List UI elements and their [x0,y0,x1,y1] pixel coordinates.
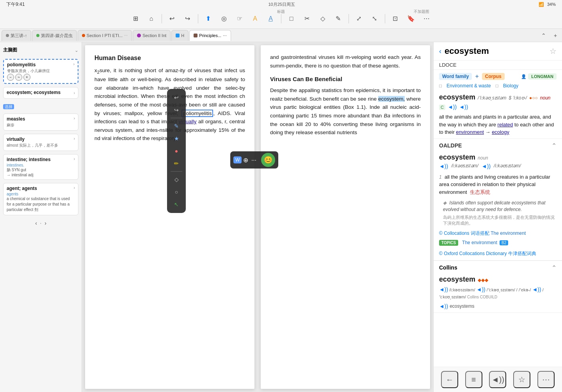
zoom-out-btn[interactable]: ⤡ [368,12,382,26]
vocab-card-agent[interactable]: agent; agents agents a chemical or subst… [3,183,78,215]
tab-6-more[interactable]: ⋯ [223,34,227,38]
oaldpe-speaker-2[interactable]: ◄)) [482,163,491,169]
oaldpe-speaker-1[interactable]: ◄)) [439,163,448,169]
vocab-card-ecosystem[interactable]: ecosystem; ecosystems › [3,87,78,99]
speaker-1-icon[interactable]: ◄)) [448,104,457,110]
comment-btn[interactable]: ◇ [316,12,330,26]
float-pen1-btn[interactable]: ✎ [169,121,183,131]
underline-btn[interactable]: A [264,12,278,26]
vocab-more-intestine[interactable]: › [74,157,75,161]
share-btn[interactable]: ⬆ [201,12,215,26]
frame-btn[interactable]: □ [285,12,299,26]
home-btn[interactable]: ⌂ [144,12,158,26]
toolbar-sep-5 [385,14,385,23]
float-star-btn[interactable]: ★ [169,133,183,144]
vocab-more-poliomyelitis[interactable]: › [73,62,75,66]
environment-link[interactable]: environment [456,129,484,135]
dict-speaker-btn[interactable]: ◄)) [489,371,506,388]
tab-2[interactable]: 第四讲-媒介昆虫 [32,30,77,41]
main-toolbar: 标题 不加题图 ⊞ ⌂ ↩ ↪ ⬆ ◎ ☞ A A □ ✂ ◇ ✎ ⤢ ⤡ ⊡ … [0,9,562,29]
collins-header[interactable]: Collins ⌃ [434,261,562,275]
float-undo-btn[interactable]: ↩ [169,92,183,103]
float-redo-btn[interactable]: ↪ [169,105,183,115]
tab-3[interactable]: Section I PTI ETI... ⋯ [78,30,132,41]
vocab-more-agent[interactable]: › [74,186,75,190]
dict-back-btn[interactable]: ‹ [439,47,441,55]
dict-list-btn[interactable]: ≡ [465,371,482,388]
tab-scroll-up[interactable]: ⌃ [539,30,549,41]
cat-environment-link[interactable]: Environment & waste [446,83,491,89]
ldoce-phonetic1: /ˈiːkəʊ˛sɪstəm [478,95,506,101]
collins-speaker-2[interactable]: ◄)) [477,286,486,293]
vocab-card-poliomyelitis[interactable]: poliomyelitis 脊髓灰质炎，小儿麻痹症 › − ~ + [3,59,78,84]
hand-btn[interactable]: ☞ [233,12,247,26]
vocab-next-btn[interactable]: › [44,220,46,226]
oaldpe-topic-item[interactable]: The environment [462,240,497,245]
sidebar-toggle-btn[interactable]: ⊞ [129,12,143,26]
vocab-more-ecosystem[interactable]: › [74,91,75,95]
vocab-more-measles[interactable]: › [74,116,75,121]
oaldpe-oxford-link[interactable]: © Oxford Collocations Dictionary 牛津搭配词典 [434,249,562,260]
annotate-btn[interactable]: ◎ [217,12,231,26]
highlight-btn[interactable]: A [248,12,262,26]
word-family-plus[interactable]: + [475,73,478,80]
speaker-2-icon[interactable]: ◄)) [459,104,468,110]
popup-more-item[interactable]: ⋯ [251,157,256,163]
float-circle-btn[interactable]: ○ [169,186,183,197]
tab-3-icon: ⋯ [124,34,128,37]
vocab-btn-minus[interactable]: − [7,74,14,81]
redo-btn[interactable]: ↪ [181,12,195,26]
collins-word: ecosystem [439,275,475,284]
vocab-btn-tilde[interactable]: ~ [15,74,22,81]
oaldpe-collocations-link[interactable]: © Collocations 词语搭配 The environment [434,229,562,238]
tab-add[interactable]: + [550,30,560,41]
float-eraser-btn[interactable]: ◇ [169,174,183,185]
collins-speaker-3[interactable]: ◄)) [532,286,541,293]
vocab-card-measles[interactable]: measles 麻疹 › [3,114,78,131]
related-link[interactable]: related [498,122,513,128]
undo-btn[interactable]: ↩ [165,12,179,26]
draw-btn[interactable]: ✎ [331,12,345,26]
vocab-btn-plus[interactable]: + [23,74,30,81]
tab-6[interactable]: Principles... ⋯ [189,30,231,41]
tab-4[interactable]: Section II Int [133,30,171,41]
scan-btn[interactable]: ⊡ [388,12,402,26]
vocab-panel-chevron[interactable]: ⌄ [75,48,78,53]
collins-plural-speaker[interactable]: ◄)) [439,303,448,309]
clip-btn[interactable]: ✂ [300,12,314,26]
collins-plural-word: ecosystems [450,303,474,309]
popup-word-item[interactable]: W ⊕ [233,156,248,164]
doc-para-beneficial: Despite the appalling statistics from ep… [270,86,421,137]
cat-biology-link[interactable]: Biology [503,83,518,89]
collins-symbols: ◆◆◆ [478,277,488,283]
dict-back-bottom-btn[interactable]: ← [441,371,458,388]
corpus-tag[interactable]: Corpus [482,73,505,80]
select-badge[interactable]: 选择 [3,104,14,109]
vocab-card-intestine[interactable]: intestine; intestines intestines. 肠 SYN … [3,154,78,180]
dict-more-btn[interactable]: ⋯ [537,371,555,388]
tab-1[interactable]: 第三讲-↑ [2,30,31,41]
float-pen2-btn[interactable]: ✏ [169,158,183,169]
tab-6-label: Principles... [199,33,221,38]
popup-w-icon: W [233,156,242,163]
ecology-link[interactable]: ecology [492,129,509,135]
oaldpe-header[interactable]: OALDPE ⌃ [434,139,562,153]
status-time: 下午9:41 [6,1,25,8]
collins-speaker-1[interactable]: ◄)) [439,286,448,293]
text-selection-popup[interactable]: W ⊕ ⋯ 😊 [230,151,278,169]
dict-star-bottom-btn[interactable]: ☆ [513,371,530,388]
vocab-card-virtually[interactable]: virtually almost 实际上，几乎，差不多 › [3,134,78,151]
example-bullet: ◆ [443,200,446,206]
dict-header: ‹ ecosystem ☆ [434,42,562,60]
dict-star-btn[interactable]: ☆ [550,46,557,56]
float-dot-btn[interactable]: ● [169,145,183,156]
vocab-prev-btn[interactable]: ‹ [35,220,37,226]
dict-source-name: LDOCE [439,62,457,68]
tab-5[interactable]: H [171,30,189,41]
tab-2-dot [36,34,39,37]
ldoce-definition: all the animals and plants in a particul… [434,111,562,138]
zoom-in-btn[interactable]: ⤢ [352,12,366,26]
float-cursor-btn[interactable]: ↖ [169,199,183,210]
word-family-tag[interactable]: Word family [439,73,472,80]
vocab-more-virtually[interactable]: › [74,137,75,141]
